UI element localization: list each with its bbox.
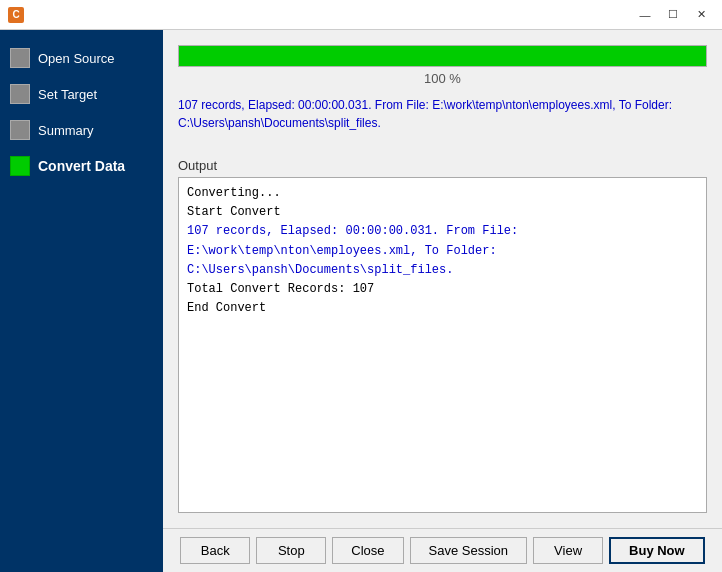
- output-line: Total Convert Records: 107: [187, 280, 698, 299]
- progress-percent: 100 %: [178, 71, 707, 86]
- step-icon-summary: [10, 120, 30, 140]
- info-text-line1: 107 records, Elapsed: 00:00:00.031. From…: [178, 96, 707, 114]
- spacer: [178, 142, 707, 148]
- step-icon-convert-data: [10, 156, 30, 176]
- main-container: Open Source Set Target Summary Convert D…: [0, 30, 722, 572]
- minimize-button[interactable]: —: [632, 5, 658, 25]
- sidebar-item-summary[interactable]: Summary: [0, 112, 163, 148]
- progress-bar-track: [178, 45, 707, 67]
- bottom-toolbar: Back Stop Close Save Session View Buy No…: [163, 528, 722, 572]
- output-line: C:\Users\pansh\Documents\split_files.: [187, 261, 698, 280]
- output-line: End Convert: [187, 299, 698, 318]
- info-text: 107 records, Elapsed: 00:00:00.031. From…: [178, 96, 707, 132]
- title-bar: C — ☐ ✕: [0, 0, 722, 30]
- sidebar-label-summary: Summary: [38, 123, 94, 138]
- maximize-button[interactable]: ☐: [660, 5, 686, 25]
- close-button-toolbar[interactable]: Close: [332, 537, 403, 564]
- close-button[interactable]: ✕: [688, 5, 714, 25]
- buy-now-button[interactable]: Buy Now: [609, 537, 705, 564]
- progress-bar-fill: [179, 46, 706, 66]
- sidebar-item-set-target[interactable]: Set Target: [0, 76, 163, 112]
- output-box[interactable]: Converting...Start Convert107 records, E…: [178, 177, 707, 513]
- back-button[interactable]: Back: [180, 537, 250, 564]
- view-button[interactable]: View: [533, 537, 603, 564]
- info-text-line2: C:\Users\pansh\Documents\split_files.: [178, 114, 707, 132]
- content-area: 100 % 107 records, Elapsed: 00:00:00.031…: [163, 30, 722, 528]
- title-bar-left: C: [8, 7, 24, 23]
- sidebar-item-open-source[interactable]: Open Source: [0, 40, 163, 76]
- step-icon-open-source: [10, 48, 30, 68]
- title-bar-controls: — ☐ ✕: [632, 5, 714, 25]
- sidebar-item-convert-data[interactable]: Convert Data: [0, 148, 163, 184]
- app-icon: C: [8, 7, 24, 23]
- progress-container: 100 %: [178, 45, 707, 86]
- output-section: Output Converting...Start Convert107 rec…: [178, 158, 707, 513]
- sidebar: Open Source Set Target Summary Convert D…: [0, 30, 163, 572]
- save-session-button[interactable]: Save Session: [410, 537, 528, 564]
- output-line: 107 records, Elapsed: 00:00:00.031. From…: [187, 222, 698, 260]
- step-icon-set-target: [10, 84, 30, 104]
- sidebar-label-set-target: Set Target: [38, 87, 97, 102]
- output-line: Start Convert: [187, 203, 698, 222]
- output-line: Converting...: [187, 184, 698, 203]
- output-label: Output: [178, 158, 707, 173]
- sidebar-label-open-source: Open Source: [38, 51, 115, 66]
- sidebar-label-convert-data: Convert Data: [38, 158, 125, 174]
- stop-button[interactable]: Stop: [256, 537, 326, 564]
